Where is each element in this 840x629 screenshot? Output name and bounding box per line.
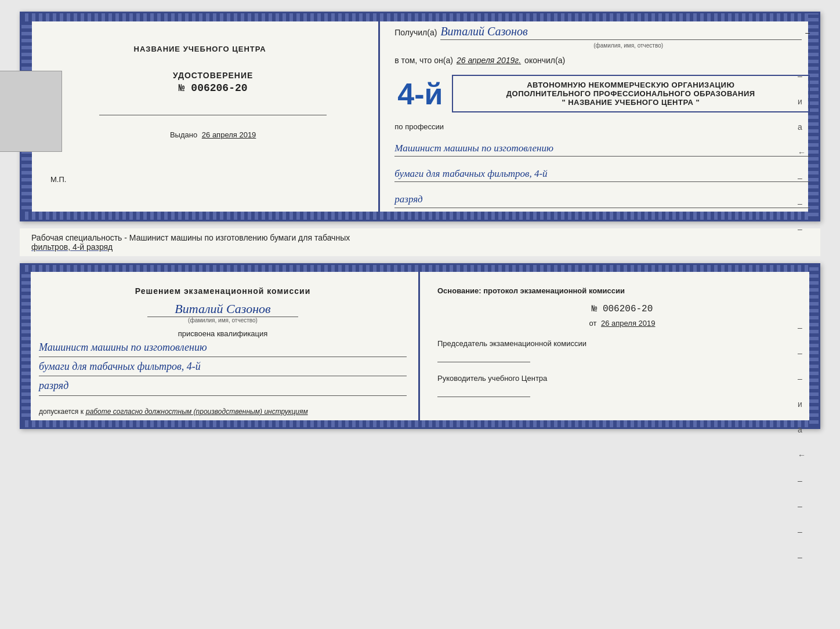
- rukovoditel-signature: [437, 386, 530, 397]
- qual-line-1: Машинист машины по изготовлению: [39, 338, 407, 357]
- udostoverenie-label: УДОСТОВЕРЕНИЕ: [173, 71, 253, 80]
- recipient-name: Виталий Сазонов: [440, 25, 802, 40]
- name-line-bottom: Виталий Сазонов: [39, 301, 407, 317]
- bottom-name: Виталий Сазонов: [147, 301, 298, 317]
- qual-line-2: бумаги для табачных фильтров, 4-й: [39, 357, 407, 376]
- ot-label: от: [589, 319, 596, 328]
- protocol-number: № 006206-20: [437, 304, 807, 314]
- bottom-left-content: Решением экзаменационной комиссии Витали…: [39, 286, 407, 416]
- cert-left-page: НАЗВАНИЕ УЧЕБНОГО ЦЕНТРА УДОСТОВЕРЕНИЕ №…: [21, 13, 380, 220]
- okonchil-label: окончил(а): [524, 56, 565, 65]
- vydano-line: Выдано 26 апреля 2019: [170, 130, 256, 139]
- org-line-2: ДОПОЛНИТЕЛЬНОГО ПРОФЕССИОНАЛЬНОГО ОБРАЗО…: [460, 89, 802, 98]
- dash-7: –: [798, 224, 806, 234]
- dopuskaetsya-text: работе согласно должностным (производств…: [86, 408, 308, 416]
- org-section: 4-й АВТОНОМНУЮ НЕКОММЕРЧЕСКУЮ ОРГАНИЗАЦИ…: [394, 72, 810, 115]
- vydano-label: Выдано: [170, 130, 197, 139]
- profession-line-1: Машинист машины по изготовлению: [394, 140, 810, 157]
- bottom-certificate-spread: Решением экзаменационной комиссии Витали…: [20, 263, 820, 429]
- middle-text-line1: Рабочая специальность - Машинист машины …: [31, 233, 350, 242]
- dash-3: а: [798, 122, 806, 132]
- bottom-right-content: Основание: протокол экзаменационной коми…: [437, 286, 807, 397]
- dash-5: –: [798, 173, 806, 183]
- recipient-hint: (фамилия, имя, отчество): [447, 42, 810, 49]
- mp-label: М.П.: [50, 175, 66, 184]
- bottom-left-page: Решением экзаменационной комиссии Витали…: [21, 265, 420, 427]
- predsedatel-label: Председатель экзаменационной комиссии: [437, 339, 807, 348]
- poluchil-label: Получил(а): [394, 28, 437, 37]
- big-number: 4-й: [397, 79, 443, 109]
- prisvoena-label: присвоена квалификация: [39, 329, 407, 338]
- dopuskaetsya-line: допускается к работе согласно должностны…: [39, 408, 407, 416]
- resheniem-title: Решением экзаменационной комиссии: [39, 286, 407, 296]
- profession-line-3: разряд: [394, 191, 810, 208]
- udostoverenie-block: УДОСТОВЕРЕНИЕ № 006206-20: [173, 71, 253, 94]
- udostoverenie-number: № 006206-20: [173, 82, 253, 94]
- dash-decorations-right: – и а ← – – –: [798, 71, 806, 234]
- cert-left-inner: НАЗВАНИЕ УЧЕБНОГО ЦЕНТРА УДОСТОВЕРЕНИЕ №…: [33, 39, 367, 190]
- middle-band: Рабочая специальность - Машинист машины …: [20, 228, 820, 256]
- rukovoditel-label: Руководитель учебного Центра: [437, 374, 807, 383]
- org-line-1: АВТОНОМНУЮ НЕКОММЕРЧЕСКУЮ ОРГАНИЗАЦИЮ: [460, 81, 802, 89]
- vtom-date: 26 апреля 2019г.: [457, 56, 521, 65]
- bottom-right-page: Основание: протокол экзаменационной коми…: [420, 265, 819, 427]
- middle-text-line2: фильтров, 4-й разряд: [31, 242, 113, 252]
- dash-1: –: [798, 71, 806, 81]
- dash-4: ←: [798, 148, 806, 157]
- bottom-dash-decorations: – – – и а ← – – – –: [798, 323, 806, 562]
- profession-line-2: бумаги для табачных фильтров, 4-й: [394, 166, 810, 182]
- dash-6: –: [798, 199, 806, 208]
- org-line-3: " НАЗВАНИЕ УЧЕБНОГО ЦЕНТРА ": [460, 98, 802, 107]
- vtom-line: в том, что он(а) 26 апреля 2019г. окончи…: [394, 56, 810, 65]
- qual-line-3: разряд: [39, 376, 407, 395]
- ot-date: от 26 апреля 2019: [437, 319, 807, 328]
- vtom-label: в том, что он(а): [394, 56, 453, 65]
- top-certificate-spread: НАЗВАНИЕ УЧЕБНОГО ЦЕНТРА УДОСТОВЕРЕНИЕ №…: [20, 12, 820, 221]
- po-professii-label: по профессии: [394, 122, 810, 131]
- osnovanie-label: Основание: протокол экзаменационной коми…: [437, 286, 807, 295]
- dopuskaetsya-prefix: допускается к: [39, 408, 84, 416]
- predsedatel-signature: [437, 351, 530, 362]
- dash-1: –: [805, 28, 810, 37]
- vydano-date: 26 апреля 2019: [202, 130, 256, 139]
- org-block: АВТОНОМНУЮ НЕКОММЕРЧЕСКУЮ ОРГАНИЗАЦИЮ ДО…: [452, 75, 810, 112]
- center-title: НАЗВАНИЕ УЧЕБНОГО ЦЕНТРА: [134, 45, 266, 53]
- cert-right-page: Получил(а) Виталий Сазонов – (фамилия, и…: [380, 13, 819, 220]
- dash-2: и: [798, 97, 806, 106]
- poluchil-line: Получил(а) Виталий Сазонов –: [394, 25, 810, 40]
- bottom-name-hint: (фамилия, имя, отчество): [39, 317, 407, 323]
- photo-placeholder: [0, 71, 62, 152]
- ot-date-value: 26 апреля 2019: [601, 319, 656, 328]
